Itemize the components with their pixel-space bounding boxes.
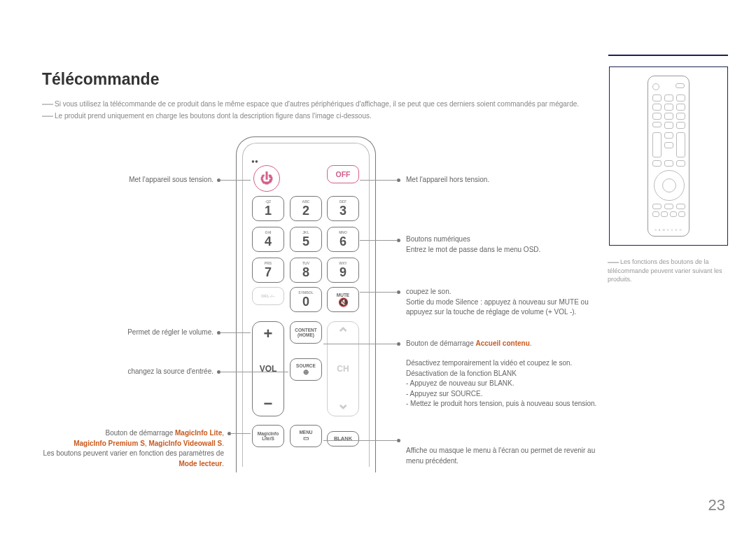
blank-button: BLANK [327,431,359,447]
power-button: ⏻ [253,165,280,192]
remote-illustration: ● ● ⏻ OFF ·QZ1 ABC2 DEF3 GHI4 JKL5 MNO6 … [236,136,376,472]
callout-menu: Affiche ou masque le menu à l'écran ou p… [406,446,598,466]
header-rule [608,55,728,56]
content-home-button: CONTENT(HOME) [290,321,322,344]
thumbnail-frame: S A M S U N G [609,66,728,246]
callout-blank: Désactivez temporairement la vidéo et co… [406,358,598,409]
menu-button: MENU▭ [290,425,322,447]
channel-rocker: ⌃ CH ⌄ [327,321,359,416]
callout-numeric: Boutons numériquesEntrez le mot de passe… [406,234,598,255]
magicinfo-button: MagicInfoLite/S [252,425,284,447]
callout-power-on: Met l'appareil sous tension. [42,175,214,185]
callout-magicinfo: Bouton de démarrage MagicInfo Lite, Magi… [42,428,224,469]
key-0: SYMBOL0 [290,287,322,312]
callout-volume: Permet de régler le volume. [42,328,214,338]
source-button: SOURCE⊕ [290,358,322,381]
ir-dots: ● ● [251,158,258,164]
key-5: JKL5 [290,227,322,252]
callout-power-off: Met l'appareil hors tension. [406,175,588,185]
key-2: ABC2 [290,196,322,221]
page-number: 23 [708,496,725,514]
key-del: DEL-/-- [252,287,284,305]
callout-mute: coupez le son.Sortie du mode Silence : a… [406,287,598,318]
key-7: PRS7 [252,258,284,283]
key-8: TUV8 [290,258,322,283]
side-note: ―Les fonctions des boutons de la télécom… [608,258,728,284]
volume-rocker: + VOL − [252,321,284,416]
key-9: WXY9 [327,258,359,283]
mini-remote: S A M S U N G [648,76,690,237]
callout-content-home: Bouton de démarrage Accueil contenu. [406,339,598,349]
callout-source: changez la source d'entrée. [42,367,214,377]
key-1: ·QZ1 [252,196,284,221]
key-6: MNO6 [327,227,359,252]
key-4: GHI4 [252,227,284,252]
off-button: OFF [327,165,359,183]
key-mute: MUTE 🔇 [327,287,359,312]
key-3: DEF3 [327,196,359,221]
